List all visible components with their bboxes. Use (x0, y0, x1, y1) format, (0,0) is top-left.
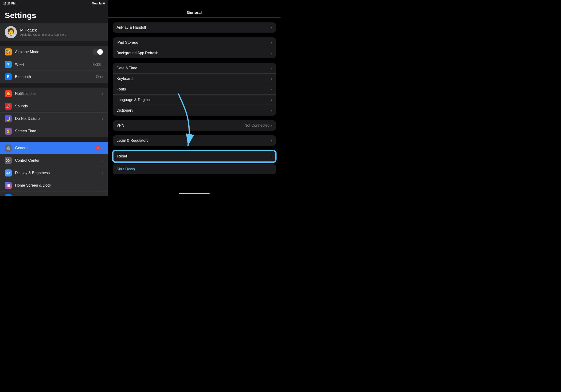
dictionary-row[interactable]: Dictionary › (113, 105, 276, 116)
svg-rect-10 (7, 186, 8, 187)
legal-section: Legal & Regulatory › (113, 135, 276, 146)
sidebar-item-home-screen-dock[interactable]: Home Screen & Dock › (0, 179, 108, 192)
shutdown-label: Shut Down (117, 167, 135, 171)
airplay-handoff-chevron: › (271, 26, 272, 29)
display-brightness-icon: AA (5, 169, 12, 176)
date-time-chevron: › (271, 66, 272, 70)
language-region-row[interactable]: Language & Region › (113, 95, 276, 105)
background-refresh-chevron: › (271, 51, 272, 55)
sidebar-item-control-center[interactable]: Control Center › (0, 154, 108, 167)
airplay-handoff-row[interactable]: AirPlay & Handoff › (113, 22, 276, 33)
sidebar-item-wifi[interactable]: Wi-Fi Tucks › (0, 58, 108, 71)
sidebar-item-sounds[interactable]: 🔊 Sounds › (0, 100, 108, 113)
display-brightness-chevron: › (102, 171, 103, 175)
svg-rect-7 (7, 185, 8, 186)
vpn-section: VPN Not Connected › (113, 120, 276, 131)
vpn-value: Not Connected (245, 123, 270, 128)
fonts-row[interactable]: Fonts › (113, 84, 276, 95)
notifications-label: Notifications (15, 92, 102, 96)
accessibility-icon: ♿ (5, 194, 12, 196)
reset-section: Reset › (113, 150, 276, 162)
language-region-label: Language & Region (117, 98, 271, 102)
vpn-label: VPN (117, 123, 245, 128)
user-name: M Potuck (20, 28, 66, 33)
control-center-icon (5, 157, 12, 164)
notifications-icon: 🔔 (5, 90, 12, 97)
airplane-mode-icon: ✈️ (5, 48, 12, 55)
display-brightness-label: Display & Brightness (15, 171, 102, 175)
svg-rect-5 (8, 184, 9, 185)
svg-rect-8 (8, 185, 9, 186)
keyboard-label: Keyboard (117, 76, 271, 81)
user-subtitle: Apple ID, iCloud, iTunes & App Store (20, 33, 66, 36)
do-not-disturb-chevron: › (102, 117, 103, 120)
airplay-handoff-label: AirPlay & Handoff (117, 25, 271, 30)
language-region-chevron: › (271, 98, 272, 102)
reset-row[interactable]: Reset › (113, 151, 275, 162)
sidebar-item-airplane-mode[interactable]: ✈️ Airplane Mode (0, 46, 108, 58)
system-section: ⚙️ General 1 › (0, 142, 108, 196)
sidebar-item-do-not-disturb[interactable]: 🌙 Do Not Disturb › (0, 113, 108, 125)
keyboard-row[interactable]: Keyboard › (113, 74, 276, 84)
user-profile[interactable]: 🧑‍💼 M Potuck Apple ID, iCloud, iTunes & … (0, 23, 108, 41)
sounds-label: Sounds (15, 104, 102, 108)
legal-regulatory-label: Legal & Regulatory (117, 138, 271, 143)
ipad-storage-row[interactable]: iPad Storage › (113, 37, 276, 48)
keyboard-chevron: › (271, 77, 272, 81)
sidebar-item-bluetooth[interactable]: B Bluetooth On › (0, 71, 108, 83)
user-info: M Potuck Apple ID, iCloud, iTunes & App … (20, 28, 66, 36)
svg-rect-4 (7, 184, 8, 185)
ipad-storage-label: iPad Storage (117, 40, 271, 45)
date-time-row[interactable]: Date & Time › (113, 63, 276, 74)
airplane-mode-toggle[interactable] (93, 49, 103, 55)
main-content: 52% General AirPlay & Handoff › iPad Sto… (108, 0, 280, 196)
home-screen-icon (5, 182, 12, 189)
vpn-row[interactable]: VPN Not Connected › (113, 120, 276, 131)
vpn-chevron: › (271, 124, 272, 127)
shutdown-row[interactable]: Shut Down (113, 164, 276, 174)
connectivity-section: ✈️ Airplane Mode (0, 46, 108, 83)
datetime-section: Date & Time › Keyboard › Fonts › Languag… (113, 63, 276, 116)
screen-time-label: Screen Time (15, 129, 102, 133)
general-chevron: › (102, 146, 103, 150)
storage-section: iPad Storage › Background App Refresh › (113, 37, 276, 58)
sidebar-item-general[interactable]: ⚙️ General 1 › (0, 142, 108, 154)
svg-point-2 (7, 161, 8, 162)
status-bar: 12:23 PM Mon Jul 6 (0, 0, 108, 7)
sidebar-title: Settings (0, 9, 108, 23)
sidebar-item-screen-time[interactable]: ⏳ Screen Time › (0, 125, 108, 137)
bluetooth-label: Bluetooth (15, 75, 96, 79)
wifi-value: Tucks (91, 62, 101, 66)
legal-regulatory-chevron: › (271, 139, 272, 142)
sounds-chevron: › (102, 104, 103, 108)
do-not-disturb-icon: 🌙 (5, 115, 12, 122)
status-date: Mon Jul 6 (92, 2, 105, 5)
screen-time-icon: ⏳ (5, 128, 12, 135)
home-screen-label: Home Screen & Dock (15, 183, 102, 187)
sidebar-item-notifications[interactable]: 🔔 Notifications › (0, 88, 108, 100)
wifi-chevron: › (102, 63, 103, 66)
dictionary-chevron: › (271, 109, 272, 112)
control-center-label: Control Center (15, 158, 102, 163)
home-indicator (179, 193, 210, 194)
notifications-section: 🔔 Notifications › 🔊 Sounds › (0, 88, 108, 137)
wifi-label: Wi-Fi (15, 62, 91, 66)
sidebar-item-accessibility[interactable]: ♿ Accessibility › (0, 192, 108, 196)
fonts-chevron: › (271, 87, 272, 91)
status-time: 12:23 PM (3, 2, 15, 5)
background-refresh-row[interactable]: Background App Refresh › (113, 48, 276, 58)
general-badge: 1 (96, 146, 100, 150)
reset-label: Reset (117, 154, 270, 158)
legal-regulatory-row[interactable]: Legal & Regulatory › (113, 135, 276, 146)
date-time-label: Date & Time (117, 66, 271, 70)
bluetooth-icon: B (5, 73, 12, 80)
general-icon: ⚙️ (5, 144, 12, 152)
screen-time-chevron: › (102, 129, 103, 133)
home-screen-chevron: › (102, 184, 103, 187)
ipad-storage-chevron: › (271, 41, 272, 44)
sidebar-item-display-brightness[interactable]: AA Display & Brightness › (0, 167, 108, 179)
bluetooth-chevron: › (102, 75, 103, 79)
svg-rect-11 (8, 186, 9, 187)
shutdown-section: Shut Down (113, 164, 276, 174)
notifications-chevron: › (102, 92, 103, 96)
